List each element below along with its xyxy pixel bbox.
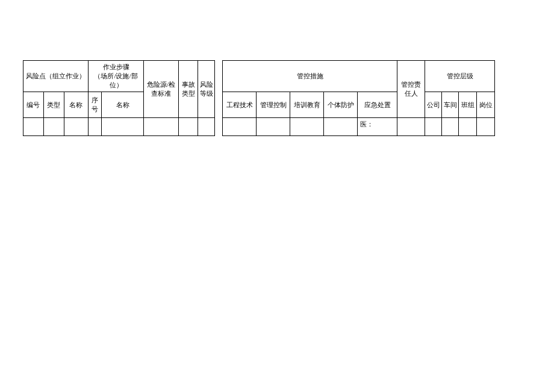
sub-l4: 岗位 bbox=[477, 92, 495, 118]
hdr-risk-point: 风险点（组立作业） bbox=[23, 61, 89, 92]
table-cell bbox=[324, 118, 358, 136]
table-cell bbox=[223, 118, 257, 136]
right-table: 管控措施 管控责任人 管控层级 工程技术 管理控制 培训教育 个体防护 应急处置… bbox=[222, 60, 495, 136]
hdr-measures: 管控措施 bbox=[223, 61, 397, 92]
hdr-acc-type: 事故类型 bbox=[179, 61, 198, 118]
table-cell bbox=[23, 118, 44, 136]
sub-m4: 个体防护 bbox=[324, 92, 358, 118]
sub-l3: 班组 bbox=[459, 92, 477, 118]
sub-name1: 名称 bbox=[64, 92, 88, 118]
sub-m3: 培训教育 bbox=[290, 92, 324, 118]
left-table: 风险点（组立作业） 作业步骤 （场所/设施/部位） 危险源/检查标准 事故类型 … bbox=[23, 60, 215, 136]
table-cell bbox=[477, 118, 495, 136]
hdr-hazard: 危险源/检查标准 bbox=[144, 61, 179, 118]
table-cell bbox=[179, 118, 198, 136]
hdr-level: 管控层级 bbox=[425, 61, 495, 92]
sub-m1: 工程技术 bbox=[223, 92, 257, 118]
table-cell bbox=[144, 118, 179, 136]
table-cell bbox=[459, 118, 477, 136]
table-cell bbox=[198, 118, 215, 136]
table-cell bbox=[64, 118, 88, 136]
table-cell bbox=[43, 118, 64, 136]
cell-note: 医： bbox=[358, 118, 397, 136]
table-cell bbox=[290, 118, 324, 136]
sub-l2: 车间 bbox=[442, 92, 459, 118]
hdr-step: 作业步骤 （场所/设施/部位） bbox=[89, 61, 144, 92]
table-container: 风险点（组立作业） 作业步骤 （场所/设施/部位） 危险源/检查标准 事故类型 … bbox=[23, 60, 495, 136]
sub-type: 类型 bbox=[43, 92, 64, 118]
table-cell bbox=[425, 118, 442, 136]
table-cell bbox=[257, 118, 290, 136]
hdr-risk-level: 风险等级 bbox=[198, 61, 215, 118]
sub-m5: 应急处置 bbox=[358, 92, 397, 118]
sub-name2: 名称 bbox=[102, 92, 144, 118]
table-cell bbox=[89, 118, 102, 136]
sub-id: 编号 bbox=[23, 92, 44, 118]
table-cell bbox=[442, 118, 459, 136]
hdr-resp-person: 管控责任人 bbox=[397, 61, 425, 118]
table-cell bbox=[102, 118, 144, 136]
sub-seq: 序号 bbox=[89, 92, 102, 118]
sub-l1: 公司 bbox=[425, 92, 442, 118]
table-cell bbox=[397, 118, 425, 136]
sub-m2: 管理控制 bbox=[257, 92, 290, 118]
